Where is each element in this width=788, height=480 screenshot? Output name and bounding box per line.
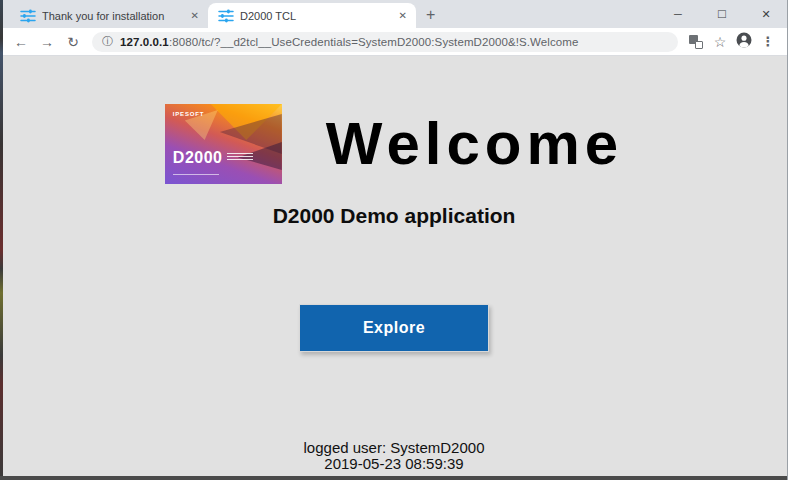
page-title: Welcome: [326, 104, 623, 184]
window-controls: ─ □ ✕: [656, 0, 788, 28]
tab-close-icon[interactable]: ✕: [396, 9, 410, 22]
close-window-button[interactable]: ✕: [744, 0, 788, 28]
explore-button[interactable]: Explore: [299, 304, 489, 352]
browser-menu-icon[interactable]: ⋮: [756, 34, 780, 49]
tab-label: D2000 TCL: [240, 10, 390, 22]
ipesoft-brand-text: IPESOFT: [173, 111, 204, 117]
page-content: IPESOFT D2000 Welcome D2000 Demo applica…: [0, 56, 788, 480]
url-path: :8080/tc/?__d2tcl__UseCredentials=System…: [169, 36, 579, 48]
d2000-product-text: D2000: [173, 149, 223, 167]
logo-baseline-rule: [173, 174, 219, 175]
profile-avatar-icon[interactable]: [732, 31, 756, 53]
tab-d2000-tcl[interactable]: D2000 TCL ✕: [208, 3, 416, 28]
tab-close-icon[interactable]: ✕: [188, 9, 202, 22]
window-bottom-edge: [0, 476, 788, 480]
d2000-logo-image: IPESOFT D2000: [165, 104, 282, 184]
url-host: 127.0.0.1: [120, 36, 169, 48]
translate-icon[interactable]: [688, 35, 704, 49]
url-bar[interactable]: ⓘ 127.0.0.1:8080/tc/?__d2tcl__UseCredent…: [92, 32, 678, 52]
d2000-favicon-icon: [20, 9, 36, 23]
tab-bar: Thank you for installation ✕: [0, 0, 788, 28]
logo-tagline-lines: [227, 153, 253, 162]
desktop-edge-sliver: [0, 0, 3, 480]
minimize-button[interactable]: ─: [656, 0, 700, 28]
browser-window: Thank you for installation ✕: [0, 0, 788, 480]
d2000-favicon-icon: [218, 9, 234, 23]
tab-thank-you-for-installation[interactable]: Thank you for installation ✕: [10, 3, 208, 28]
timestamp-text: 2019-05-23 08:59:39: [0, 456, 788, 472]
reload-button[interactable]: ↻: [60, 34, 86, 50]
url-text: 127.0.0.1:8080/tc/?__d2tcl__UseCredentia…: [120, 36, 579, 48]
welcome-header: IPESOFT D2000 Welcome: [0, 104, 788, 184]
maximize-button[interactable]: □: [700, 0, 744, 28]
bookmark-star-icon[interactable]: ☆: [708, 34, 732, 50]
translate-icon-front-square: [695, 41, 703, 49]
tab-label: Thank you for installation: [42, 10, 182, 22]
session-footer: logged user: SystemD2000 2019-05-23 08:5…: [0, 440, 788, 472]
back-button[interactable]: ←: [8, 34, 34, 50]
browser-toolbar: ← → ↻ ⓘ 127.0.0.1:8080/tc/?__d2tcl__UseC…: [0, 28, 788, 56]
page-subtitle: D2000 Demo application: [0, 204, 788, 228]
logged-user-text: logged user: SystemD2000: [0, 440, 788, 456]
explore-button-row: Explore: [0, 304, 788, 352]
info-icon[interactable]: ⓘ: [102, 34, 113, 49]
forward-button[interactable]: →: [34, 34, 60, 50]
new-tab-button[interactable]: +: [426, 7, 435, 23]
